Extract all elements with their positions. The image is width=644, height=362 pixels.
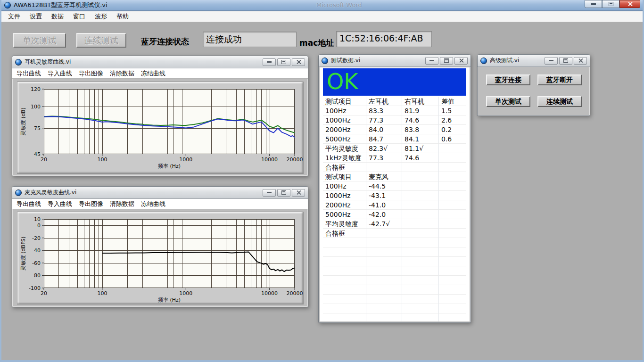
table-header-row: 测试项目左耳机右耳机差值: [323, 97, 466, 106]
table-cell: [439, 276, 466, 285]
restore-icon: [444, 58, 449, 63]
close-icon: [459, 58, 464, 63]
background-window-title: Microsoft Word: [316, 1, 362, 8]
bt-disconnect-button[interactable]: 蓝牙断开: [537, 74, 582, 85]
table-row: 100Hz83.381.91.5: [323, 106, 466, 115]
svg-text:20000: 20000: [287, 156, 303, 163]
single-test-button[interactable]: 单次测试: [486, 96, 530, 107]
y-axis-title: 灵敏度 (dBFS): [20, 237, 26, 271]
mic-sensitivity-chart[interactable]: 2010010001000020000100-20-40-60-80-100频率…: [17, 212, 304, 304]
continuous-test-button[interactable]: 连续测试: [537, 96, 582, 107]
table-cell: [439, 266, 466, 276]
close-button[interactable]: [292, 189, 305, 197]
table-row: 2000Hz-41.0: [323, 200, 466, 210]
close-button[interactable]: [574, 57, 587, 65]
menu-item[interactable]: 清除数据: [107, 68, 138, 79]
chart-svg: 20100100010000200001201007545频率 (Hz)灵敏度 …: [17, 82, 304, 174]
minimize-button[interactable]: [425, 57, 438, 65]
svg-text:75: 75: [34, 125, 41, 132]
vi-icon: [480, 58, 487, 64]
table-empty-row: [323, 238, 466, 247]
vi-icon: [15, 59, 22, 66]
svg-text:20: 20: [41, 156, 47, 163]
minimize-button[interactable]: [545, 57, 558, 65]
table-cell: [402, 181, 439, 191]
table-cell: [402, 238, 439, 247]
restore-button[interactable]: [559, 57, 572, 65]
table-cell: 81.9: [402, 106, 439, 115]
table-cell: 2.6: [439, 115, 466, 125]
table-cell: 1kHz灵敏度: [323, 153, 366, 163]
svg-text:100: 100: [31, 104, 41, 110]
table-row: 1000Hz-43.1: [323, 191, 466, 200]
menu-item[interactable]: 导入曲线: [44, 199, 75, 209]
minimize-icon: [549, 60, 553, 61]
continuous-test-button[interactable]: 连续测试: [76, 33, 126, 48]
table-cell: [402, 285, 439, 295]
plot-area[interactable]: [44, 219, 295, 288]
menu-item[interactable]: 导出图像: [75, 68, 107, 79]
restore-button[interactable]: [277, 58, 290, 66]
close-button[interactable]: [292, 58, 305, 66]
menu-item[interactable]: 窗口: [68, 11, 90, 22]
app-icon: [4, 2, 11, 8]
test-data-titlebar[interactable]: 测试数据.vi: [319, 55, 471, 67]
menu-item[interactable]: 文件: [3, 11, 25, 22]
table-cell: -44.5: [366, 181, 402, 191]
close-button[interactable]: [454, 57, 468, 65]
y-axis-title: 灵敏度 (dB): [20, 107, 26, 136]
table-cell: 右耳机: [402, 97, 439, 106]
close-button[interactable]: [619, 0, 640, 8]
table-cell: 100Hz: [323, 106, 366, 115]
table-row: 平均灵敏度82.3√81.1√: [323, 144, 466, 153]
menu-item[interactable]: 导入曲线: [44, 68, 75, 79]
menu-item[interactable]: 波形: [90, 11, 112, 22]
minimize-button[interactable]: [263, 189, 276, 197]
menu-item[interactable]: 导出图像: [75, 199, 107, 209]
headphone-window-menubar: 导出曲线导入曲线导出图像清除数据冻结曲线: [12, 68, 308, 79]
table-empty-row: [323, 266, 466, 276]
headphone-sensitivity-chart[interactable]: 20100100010000200001201007545频率 (Hz)灵敏度 …: [17, 82, 304, 174]
table-cell: [323, 304, 366, 313]
menu-item[interactable]: 帮助: [112, 11, 133, 22]
table-cell: [323, 238, 366, 247]
restore-button[interactable]: [602, 0, 619, 8]
minimize-button[interactable]: [585, 0, 602, 8]
bt-connect-button[interactable]: 蓝牙连接: [486, 74, 530, 85]
minimize-icon: [591, 3, 596, 5]
table-row: 合格框: [323, 163, 466, 172]
plot-area[interactable]: [44, 89, 295, 154]
restore-button[interactable]: [440, 57, 453, 65]
menu-item[interactable]: 清除数据: [107, 199, 138, 209]
menu-item[interactable]: 冻结曲线: [138, 199, 169, 209]
table-cell: [366, 229, 402, 238]
minimize-button[interactable]: [263, 58, 276, 66]
menu-item[interactable]: 导出曲线: [13, 199, 44, 209]
table-row: 5000Hz-42.0: [323, 210, 466, 219]
mic-window-titlebar[interactable]: 麦克风灵敏度曲线.vi: [12, 187, 308, 199]
svg-text:120: 120: [31, 86, 41, 92]
table-cell: 差值: [439, 97, 466, 106]
table-cell: [402, 295, 439, 304]
main-titlebar[interactable]: AWA6128BT型蓝牙耳机测试仪.vi Microsoft Word: [1, 0, 643, 11]
svg-text:20: 20: [41, 290, 47, 296]
minimize-icon: [267, 192, 272, 193]
menu-item[interactable]: 数据: [47, 11, 68, 22]
table-cell: [366, 257, 402, 266]
bt-status-field[interactable]: 连接成功: [203, 32, 297, 47]
menu-item[interactable]: 导出曲线: [13, 68, 44, 79]
table-empty-row: [323, 257, 466, 266]
main-menubar: 文件设置数据窗口波形帮助: [1, 11, 643, 22]
table-cell: [366, 313, 402, 321]
advanced-test-titlebar[interactable]: 高级测试.vi: [478, 55, 590, 67]
menu-item[interactable]: 冻结曲线: [138, 68, 169, 79]
svg-text:-80: -80: [32, 272, 41, 279]
single-test-button[interactable]: 单次测试: [13, 33, 66, 48]
menu-item[interactable]: 设置: [25, 11, 47, 22]
restore-button[interactable]: [277, 189, 290, 197]
mac-address-field[interactable]: 1C:52:16:06:4F:AB: [336, 31, 432, 47]
headphone-window-titlebar[interactable]: 耳机灵敏度曲线.vi: [12, 56, 308, 68]
table-cell: 74.6: [402, 153, 439, 163]
table-cell: [402, 266, 439, 276]
table-cell: 测试项目: [323, 172, 366, 181]
